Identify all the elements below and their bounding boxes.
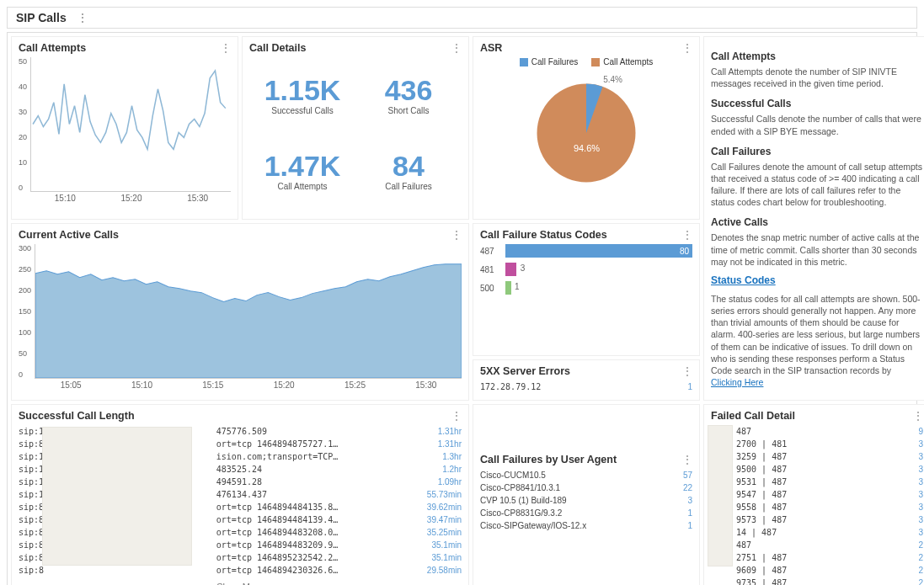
panel-title: Call Details bbox=[249, 42, 306, 54]
list-item[interactable]: CVP 10.5 (1) Build-1893 bbox=[480, 494, 692, 507]
panel-menu-icon[interactable]: ⋮ bbox=[451, 42, 462, 54]
redaction-block bbox=[42, 427, 192, 566]
hbar-row[interactable]: 48780 bbox=[480, 244, 692, 258]
panel-menu-icon[interactable]: ⋮ bbox=[451, 229, 462, 241]
line-chart-area[interactable] bbox=[30, 57, 231, 192]
info-h-active: Active Calls bbox=[711, 216, 923, 228]
list-item[interactable]: 9735 | 4872 bbox=[711, 577, 923, 585]
pie-label-attempts: 94.6% bbox=[574, 143, 600, 153]
list-item[interactable]: Cisco-CUCM10.557 bbox=[480, 469, 692, 481]
panel-info: Call Attempts Call Attempts denote the n… bbox=[703, 36, 924, 401]
status-codes-link[interactable]: Status Codes bbox=[711, 274, 923, 286]
panel-menu-icon[interactable]: ⋮ bbox=[451, 410, 462, 422]
panel-title: Successful Call Length bbox=[19, 410, 135, 422]
svg-marker-1 bbox=[35, 264, 462, 378]
list-item[interactable]: Cisco-CP8831G/9.3.21 bbox=[480, 507, 692, 519]
list-item[interactable]: 4872 bbox=[711, 539, 923, 551]
panel-menu-icon[interactable]: ⋮ bbox=[682, 454, 692, 465]
list-item[interactable]: 4879 bbox=[711, 425, 923, 438]
pie-label-failures: 5.4% bbox=[603, 75, 622, 84]
panel-asr: ASR ⋮ Call Failures Call Attempts 5.4% 9… bbox=[473, 36, 700, 220]
dashboard-title-bar: SIP Calls ⋮ bbox=[7, 7, 917, 29]
panel-title: Call Failures by User Agent bbox=[480, 454, 617, 465]
hbar-row[interactable]: 4813 bbox=[480, 263, 692, 276]
dashboard-grid: Call Attempts ⋮ 0 10 20 30 40 50 15:10 1… bbox=[7, 32, 917, 585]
y-axis: 0 50 100 150 200 250 300 bbox=[19, 244, 35, 379]
panel-menu-icon[interactable]: ⋮ bbox=[221, 42, 231, 54]
show-more-button[interactable]: Show More bbox=[19, 577, 462, 585]
panel-title: Current Active Calls bbox=[19, 229, 119, 241]
info-h-call-attempts: Call Attempts bbox=[711, 51, 923, 62]
panel-call-details: Call Details ⋮ 1.15K Successful Calls 43… bbox=[242, 36, 469, 220]
info-h-successful: Successful Calls bbox=[711, 98, 923, 109]
panel-call-attempts: Call Attempts ⋮ 0 10 20 30 40 50 15:10 1… bbox=[11, 36, 238, 220]
panel-active-calls: Current Active Calls ⋮ 0 50 100 150 200 … bbox=[11, 223, 469, 401]
panel-failure-codes: Call Failure Status Codes ⋮ 487804813500… bbox=[473, 223, 700, 356]
list-item[interactable]: sip:8 ort=tcp 1464894230326.68529.58min bbox=[19, 564, 462, 577]
kpi-short-calls: 436 Short Calls bbox=[355, 57, 462, 133]
clicking-here-link[interactable]: Clicking Here bbox=[711, 377, 763, 387]
list-item[interactable]: 14 | 4873 bbox=[711, 526, 923, 539]
hbar-row[interactable]: 5001 bbox=[480, 281, 692, 295]
dashboard-title: SIP Calls bbox=[16, 11, 67, 24]
panel-call-length: Successful Call Length ⋮ sip:1 475776.50… bbox=[11, 404, 469, 585]
pie-legend: Call Failures Call Attempts bbox=[480, 57, 692, 66]
ua-list: Cisco-CUCM10.557Cisco-CP8841/10.3.122CVP… bbox=[480, 469, 692, 532]
list-item[interactable]: 2700 | 4813 bbox=[711, 438, 923, 450]
list-item[interactable]: 172.28.79.12 1 bbox=[480, 380, 692, 393]
list-item[interactable]: 9609 | 4872 bbox=[711, 564, 923, 577]
panel-menu-icon[interactable]: ⋮ bbox=[682, 42, 692, 54]
panel-ua-failures: Call Failures by User Agent ⋮ Cisco-CUCM… bbox=[473, 404, 700, 585]
swatch-attempts bbox=[591, 58, 600, 66]
failed-list: 48792700 | 48133259 | 48739500 | 4873953… bbox=[711, 425, 923, 585]
list-item[interactable]: 2751 | 4872 bbox=[711, 551, 923, 564]
list-item[interactable]: 9547 | 4873 bbox=[711, 488, 923, 501]
panel-title: Call Attempts bbox=[19, 42, 86, 54]
panel-title: ASR bbox=[480, 42, 502, 54]
list-item[interactable]: 9558 | 4873 bbox=[711, 501, 923, 513]
y-axis: 0 10 20 30 40 50 bbox=[19, 57, 30, 192]
kpi-call-attempts: 1.47K Call Attempts bbox=[249, 133, 355, 209]
pie-chart[interactable]: 5.4% 94.6% bbox=[480, 70, 692, 196]
list-item[interactable]: 3259 | 4873 bbox=[711, 450, 923, 463]
info-h-failures: Call Failures bbox=[711, 146, 923, 157]
kpi-successful-calls: 1.15K Successful Calls bbox=[249, 57, 355, 133]
panel-title: Failed Call Detail bbox=[711, 410, 795, 422]
x-axis: 15:10 15:20 15:30 bbox=[19, 194, 231, 203]
redaction-block bbox=[708, 425, 733, 566]
panel-menu-icon[interactable]: ⋮ bbox=[913, 410, 923, 422]
panel-failed-detail: Failed Call Detail ⋮ 48792700 | 48133259… bbox=[703, 404, 924, 585]
area-chart[interactable] bbox=[35, 244, 462, 379]
list-item[interactable]: 9500 | 4873 bbox=[711, 463, 923, 476]
panel-menu-icon[interactable]: ⋮ bbox=[682, 229, 692, 241]
panel-5xx-errors: 5XX Server Errors ⋮ 172.28.79.12 1 bbox=[473, 359, 700, 401]
list-item[interactable]: Cisco-CP8841/10.3.122 bbox=[480, 481, 692, 494]
panel-menu-icon[interactable]: ⋮ bbox=[682, 365, 692, 377]
dashboard-menu-icon[interactable]: ⋮ bbox=[77, 11, 88, 24]
list-item[interactable]: 9531 | 4873 bbox=[711, 476, 923, 488]
list-item[interactable]: Cisco-SIPGateway/IOS-12.x1 bbox=[480, 519, 692, 532]
panel-failure-codes-wrapper: Call Failure Status Codes ⋮ 487804813500… bbox=[473, 223, 700, 401]
kpi-call-failures: 84 Call Failures bbox=[355, 133, 462, 209]
swatch-failures bbox=[520, 58, 528, 66]
x-axis: 15:05 15:10 15:15 15:20 15:25 15:30 bbox=[19, 380, 462, 390]
panel-title: 5XX Server Errors bbox=[480, 365, 570, 377]
hbar-chart[interactable]: 4878048135001 bbox=[480, 244, 692, 295]
list-item[interactable]: 9573 | 4873 bbox=[711, 513, 923, 526]
panel-title: Call Failure Status Codes bbox=[480, 229, 607, 241]
